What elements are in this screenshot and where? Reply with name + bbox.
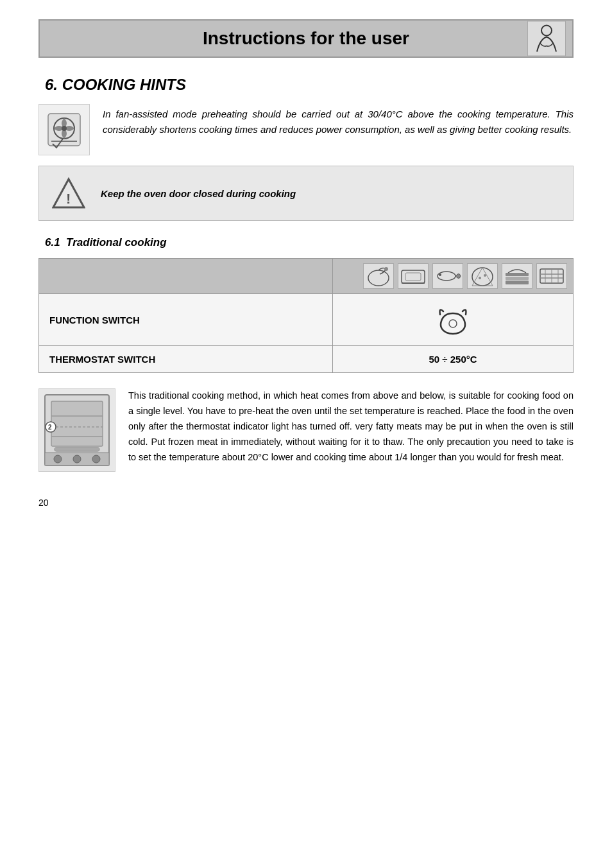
svg-point-35 bbox=[92, 455, 100, 463]
thermostat-switch-label: THERMOSTAT SWITCH bbox=[39, 346, 333, 373]
page-title: Instructions for the user bbox=[53, 28, 559, 49]
svg-point-13 bbox=[439, 273, 441, 276]
svg-rect-9 bbox=[402, 270, 425, 283]
svg-point-7 bbox=[368, 270, 389, 286]
intro-text: In fan-assisted mode preheating should b… bbox=[103, 104, 574, 137]
svg-rect-17 bbox=[506, 281, 529, 284]
warning-text: Keep the oven door closed during cooking bbox=[101, 188, 296, 199]
svg-point-16 bbox=[484, 274, 486, 277]
description-block: 2 This traditional cooking method, in wh… bbox=[38, 388, 574, 472]
function-switch-icon-cell bbox=[333, 294, 574, 346]
subsection-heading: 6.1 Traditional cooking bbox=[45, 236, 574, 249]
svg-rect-19 bbox=[506, 273, 529, 276]
page-header: Instructions for the user bbox=[38, 19, 574, 58]
svg-rect-36 bbox=[55, 447, 99, 451]
warning-triangle-icon: ! bbox=[49, 174, 88, 213]
roast-icon bbox=[363, 263, 394, 289]
svg-point-34 bbox=[73, 455, 81, 463]
svg-point-26 bbox=[449, 320, 457, 327]
oven-illustration: 2 bbox=[38, 388, 115, 472]
cooking-modes-table: FUNCTION SWITCH THERMOSTAT SWITCH 50 ÷ 2… bbox=[38, 258, 574, 373]
svg-point-3 bbox=[62, 126, 67, 131]
svg-point-0 bbox=[541, 25, 552, 35]
svg-rect-28 bbox=[51, 401, 103, 446]
function-switch-label: FUNCTION SWITCH bbox=[39, 294, 333, 346]
cooking-checklist-icon bbox=[38, 104, 90, 155]
svg-point-12 bbox=[438, 272, 455, 281]
food-icons-row bbox=[338, 263, 568, 290]
page-number: 20 bbox=[38, 498, 574, 508]
svg-point-15 bbox=[479, 277, 481, 279]
description-text: This traditional cooking method, in whic… bbox=[128, 388, 574, 465]
thermostat-switch-value: 50 ÷ 250°C bbox=[333, 346, 574, 373]
section-heading: 6. COOKING HINTS bbox=[45, 76, 574, 94]
rotary-knob-icon bbox=[434, 302, 472, 338]
svg-point-14 bbox=[472, 268, 493, 286]
fish-icon bbox=[432, 263, 463, 289]
pizza-icon bbox=[467, 263, 498, 289]
grill-icon bbox=[536, 263, 567, 289]
svg-point-33 bbox=[54, 455, 62, 463]
svg-rect-18 bbox=[506, 277, 529, 280]
intro-block: In fan-assisted mode preheating should b… bbox=[38, 104, 574, 155]
svg-point-8 bbox=[384, 267, 388, 271]
casserole-icon bbox=[502, 263, 532, 289]
svg-text:2: 2 bbox=[48, 424, 52, 431]
svg-rect-11 bbox=[405, 273, 421, 281]
warning-block: ! Keep the oven door closed during cooki… bbox=[38, 166, 574, 221]
baking-tray-icon bbox=[398, 263, 429, 289]
svg-text:!: ! bbox=[66, 191, 71, 207]
brand-logo bbox=[527, 21, 566, 56]
